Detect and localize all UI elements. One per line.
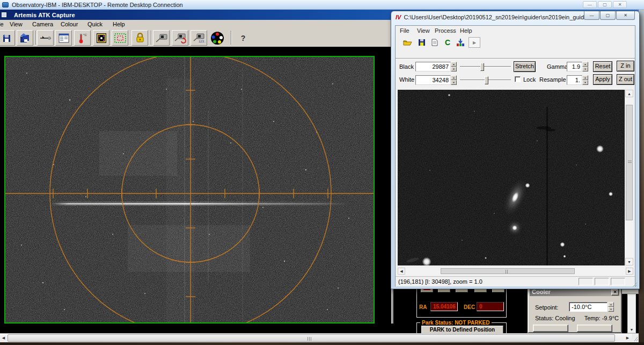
- cooler-close-button[interactable]: ✕: [611, 289, 619, 296]
- menu-camera[interactable]: Camera: [32, 21, 53, 27]
- scroll-left-icon[interactable]: ◀: [398, 268, 405, 275]
- scroll-up-icon[interactable]: ▲: [625, 90, 633, 97]
- save-all-images-button[interactable]: [17, 30, 33, 46]
- setpoint-field[interactable]: -10.0°C: [569, 302, 608, 312]
- viewer-vertical-scrollbar[interactable]: ▲ ▼: [625, 90, 633, 265]
- help-button[interactable]: ?: [236, 30, 250, 46]
- zoom-out-button[interactable]: Z out: [617, 74, 634, 85]
- viewer-titlebar[interactable]: IVC:\Users\User\Desktop\20190512_sn2019e…: [396, 14, 592, 20]
- subframe-button[interactable]: [112, 30, 128, 46]
- save-image-button[interactable]: [0, 30, 15, 46]
- viewer-toolbar: C ▶: [396, 36, 635, 49]
- reset-button[interactable]: Reset: [593, 61, 612, 72]
- viewer-menu-help[interactable]: Help: [460, 27, 472, 34]
- lock-button[interactable]: [131, 30, 148, 46]
- resample-spinner[interactable]: ▲▼: [582, 75, 588, 85]
- background-vertical-scrollbar[interactable]: ▼: [627, 294, 636, 333]
- guider-image-canvas[interactable]: [398, 90, 625, 265]
- open-file-button[interactable]: [402, 37, 414, 48]
- temperature-button[interactable]: °C: [74, 30, 91, 46]
- cooler-title: Cooler: [532, 289, 551, 295]
- status-panel-1: [579, 278, 593, 285]
- scroll-down-icon[interactable]: ▼: [625, 258, 633, 265]
- white-spinner[interactable]: ▲▼: [451, 75, 457, 85]
- scroll-right-icon[interactable]: ▶: [626, 268, 633, 275]
- menu-view[interactable]: View: [10, 21, 23, 27]
- resize-grip-icon: [632, 334, 639, 342]
- camera-refresh-icon: [174, 33, 187, 44]
- cooler-button-right[interactable]: [577, 325, 612, 332]
- document-icon: [431, 39, 438, 46]
- stretch-tool-button[interactable]: [455, 37, 466, 48]
- menu-file[interactable]: File: [0, 21, 4, 27]
- menu-quick[interactable]: Quick: [87, 21, 103, 27]
- floppy-stack-icon: [19, 33, 31, 44]
- white-slider-thumb[interactable]: [485, 76, 488, 84]
- stretch-button[interactable]: Stretch: [514, 61, 536, 72]
- viewer-menu-file[interactable]: File: [400, 27, 409, 34]
- open-folder-icon: [403, 39, 413, 46]
- zoom-in-button[interactable]: Z in: [617, 61, 634, 71]
- rdp-hscroll-thumb[interactable]: [8, 334, 615, 342]
- colour-wheel-button[interactable]: [209, 30, 225, 46]
- save-file-button[interactable]: [416, 37, 428, 48]
- setpoint-spinner[interactable]: ▲▼: [608, 302, 614, 312]
- sensor-icon: [96, 33, 107, 44]
- camera-sequence-button[interactable]: 123..: [191, 30, 207, 46]
- rdp-title: Observatory-IBM - IBM-DESKTOP - Remote D…: [12, 2, 183, 8]
- floppy-icon: [2, 33, 12, 43]
- dialog-window-icon: [58, 33, 69, 43]
- cooler-button-left[interactable]: [533, 325, 568, 332]
- cooler-titlebar[interactable]: Cooler ✕: [530, 288, 620, 296]
- menu-colour[interactable]: Colour: [61, 21, 78, 27]
- white-field[interactable]: 34248: [415, 75, 451, 85]
- resample-field[interactable]: 1.: [567, 75, 582, 85]
- black-spinner[interactable]: ▲▼: [451, 62, 457, 71]
- sensor-frame-button[interactable]: [93, 30, 109, 46]
- black-slider-track[interactable]: [460, 66, 511, 67]
- artemis-app-icon: [2, 12, 6, 17]
- calibrate-button[interactable]: C: [442, 37, 453, 48]
- color-stretch-icon: [456, 38, 465, 47]
- gamma-field[interactable]: 1.9: [567, 62, 582, 71]
- camera-connect-button[interactable]: [153, 30, 170, 46]
- camera-reconnect-button[interactable]: [172, 30, 188, 46]
- viewer-vscroll-thumb[interactable]: [626, 105, 633, 220]
- rdp-minimize-button[interactable]: —: [583, 1, 597, 8]
- black-slider-thumb[interactable]: [480, 63, 484, 71]
- viewer-maximize-button[interactable]: ▢: [600, 11, 616, 20]
- resample-label: Resample: [539, 76, 566, 83]
- starfield-canvas[interactable]: [4, 56, 375, 324]
- resize-grip-icon[interactable]: [632, 282, 638, 288]
- viewer-close-button[interactable]: ✕: [616, 11, 635, 20]
- viewer-menu-view[interactable]: View: [417, 27, 430, 34]
- subframe-icon: [114, 33, 126, 43]
- rdp-horizontal-scrollbar[interactable]: ◀ ▶: [0, 333, 639, 342]
- black-field[interactable]: 29887: [415, 62, 451, 71]
- apply-button[interactable]: Apply: [593, 74, 612, 85]
- rdp-titlebar[interactable]: Observatory-IBM - IBM-DESKTOP - Remote D…: [0, 0, 644, 10]
- setpoint-label: Setpoint:: [535, 304, 558, 311]
- rdp-close-button[interactable]: ✕: [613, 1, 627, 8]
- viewer-menu-process[interactable]: Process: [435, 27, 456, 34]
- scroll-left-icon[interactable]: ◀: [0, 334, 7, 342]
- menu-help[interactable]: Help: [113, 21, 125, 27]
- viewer-minimize-button[interactable]: —: [584, 11, 599, 20]
- thermometer-icon: °C: [77, 32, 88, 44]
- viewer-hscroll-thumb[interactable]: [441, 268, 575, 274]
- viewer-title: C:\Users\User\Desktop\20190512_sn2019ein…: [404, 14, 592, 20]
- toolbar-separator: [151, 31, 152, 45]
- scroll-down-icon[interactable]: ▼: [628, 328, 635, 332]
- exposure-slider-button[interactable]: [37, 30, 54, 46]
- guider-image: [398, 90, 625, 265]
- settings-dialog-button[interactable]: [55, 30, 72, 46]
- scroll-right-icon[interactable]: ▶: [624, 334, 631, 342]
- lock-checkbox[interactable]: [515, 76, 521, 82]
- gamma-spinner[interactable]: ▲▼: [582, 62, 588, 71]
- rdp-maximize-button[interactable]: ▢: [598, 1, 612, 8]
- viewer-horizontal-scrollbar[interactable]: ◀ ▶: [398, 268, 633, 275]
- viewer-status-text: (196,181) [I: 30498], zoom = 1.0: [398, 278, 482, 285]
- file-info-button[interactable]: [429, 37, 441, 48]
- play-button[interactable]: ▶: [469, 37, 480, 48]
- park-status-label: Park Status: NOT PARKED: [420, 320, 492, 326]
